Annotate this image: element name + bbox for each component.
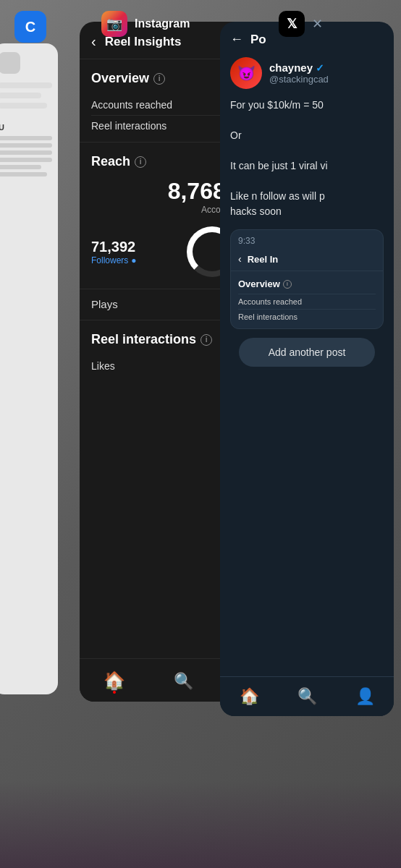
- instagram-icon-symbol: 📷: [106, 16, 122, 32]
- x-icon-symbol: 𝕏: [287, 16, 297, 32]
- reach-info-icon[interactable]: i: [135, 156, 146, 168]
- plays-label: Plays: [91, 298, 118, 310]
- reel-interactions-info-icon[interactable]: i: [200, 334, 212, 346]
- nested-info-icon[interactable]: i: [283, 280, 292, 289]
- verified-badge: ✓: [316, 62, 324, 74]
- nested-card-time: 9:33: [231, 230, 383, 249]
- twitter-profile-row: 😈 chayney ✓ @stackingcad: [230, 57, 384, 89]
- search-nav-icon[interactable]: 🔍: [174, 671, 193, 691]
- app-icon-c[interactable]: C: [14, 11, 46, 43]
- nested-reel-title: Reel In: [248, 254, 279, 265]
- c-app-label: C: [25, 19, 35, 35]
- twitter-handle: @stackingcad: [269, 74, 329, 85]
- instagram-header-label: Instagram: [135, 17, 190, 30]
- nested-instagram-card: 9:33 ‹ Reel In Overview i Accounts reach…: [230, 229, 384, 329]
- twitter-search-icon[interactable]: 🔍: [297, 687, 317, 706]
- nested-overview-section: Overview i Accounts reached Reel interac…: [231, 271, 383, 328]
- instagram-app-icon[interactable]: 📷: [101, 11, 127, 37]
- nested-reel-interactions[interactable]: Reel interactions: [238, 309, 376, 324]
- reach-followers: 71,392 Followers ●: [91, 239, 137, 265]
- card-left-bg: U: [0, 43, 58, 694]
- nested-reel-header: ‹ Reel In: [231, 249, 383, 271]
- avatar-emoji: 😈: [237, 64, 256, 82]
- search-icon-symbol: 🔍: [174, 672, 193, 690]
- twitter-profile-icon[interactable]: 👤: [355, 687, 375, 706]
- bottom-blur-overlay: [0, 781, 401, 868]
- followers-number: 71,392: [91, 239, 137, 255]
- followers-label: Followers ●: [91, 255, 137, 265]
- x-close-icon[interactable]: ✕: [312, 16, 323, 32]
- nested-accounts-reached[interactable]: Accounts reached: [238, 294, 376, 309]
- twitter-page-label: Po: [250, 33, 266, 47]
- twitter-content: ← Po 😈 chayney ✓ @stackingcad For you $1…: [220, 22, 394, 367]
- nested-back-button[interactable]: ‹: [238, 253, 242, 265]
- twitter-username: chayney ✓: [269, 61, 329, 74]
- home-dot: [113, 691, 116, 694]
- twitter-bottom-nav: 🏠 🔍 👤: [220, 676, 394, 716]
- app-icons-row: C: [14, 11, 46, 43]
- nested-overview-title: Overview i: [238, 278, 376, 289]
- home-nav-icon[interactable]: 🏠: [104, 671, 125, 691]
- back-button[interactable]: ‹: [91, 33, 96, 50]
- twitter-post-text: For you $10k/m = 50 Or It can be just 1 …: [230, 98, 384, 219]
- overview-info-icon[interactable]: i: [153, 73, 165, 85]
- home-icon-symbol: 🏠: [104, 671, 125, 690]
- twitter-card: ← Po 😈 chayney ✓ @stackingcad For you $1…: [220, 22, 394, 716]
- twitter-avatar[interactable]: 😈: [230, 57, 262, 89]
- twitter-back-button[interactable]: ←: [230, 32, 243, 47]
- add-post-button[interactable]: Add another post: [239, 338, 375, 367]
- x-app-icon[interactable]: 𝕏: [279, 11, 305, 37]
- twitter-home-icon[interactable]: 🏠: [240, 687, 259, 706]
- twitter-profile-info: chayney ✓ @stackingcad: [269, 61, 329, 85]
- followers-dot: ●: [131, 255, 136, 265]
